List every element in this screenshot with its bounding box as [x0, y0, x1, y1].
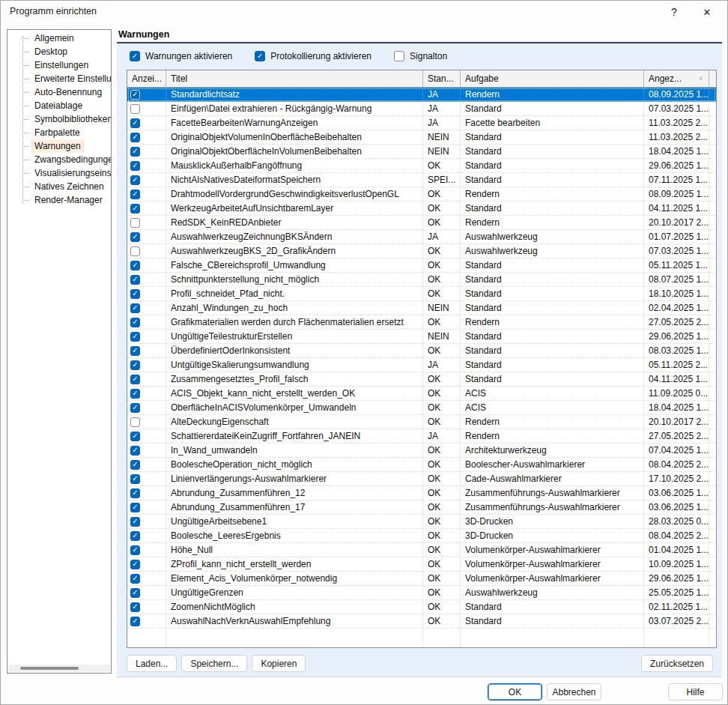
row-checkbox[interactable] — [130, 118, 140, 128]
table-row[interactable]: WerkzeugArbeitetAufUnsichtbaremLayerOKSt… — [127, 202, 716, 216]
row-checkbox[interactable] — [130, 517, 140, 527]
checkbox[interactable] — [255, 51, 265, 61]
sidebar-item-zwangsbedingunger[interactable]: Zwangsbedingunger — [7, 153, 111, 166]
table-row[interactable]: UngültigeArbeitsebene1OK3D-Drucken28.03.… — [127, 515, 716, 529]
row-checkbox[interactable] — [130, 332, 140, 342]
row-checkbox[interactable] — [130, 389, 140, 399]
row-checkbox[interactable] — [130, 360, 140, 370]
row-checkbox[interactable] — [130, 289, 140, 299]
row-checkbox[interactable] — [130, 531, 140, 541]
sidebar-item-desktop[interactable]: Desktop — [7, 45, 111, 58]
table-row[interactable]: StandardlichtsatzJARendern08.09.2025 1..… — [127, 88, 716, 102]
row-checkbox[interactable] — [130, 133, 140, 142]
column-header-4[interactable]: Angez...▵ — [644, 70, 709, 87]
table-row[interactable]: OriginalObjektVolumenInOberflächeBeibeha… — [127, 130, 716, 145]
reset-button[interactable]: Zurücksetzen — [641, 655, 713, 672]
row-checkbox[interactable] — [130, 318, 140, 327]
row-checkbox[interactable] — [130, 147, 140, 157]
row-checkbox[interactable] — [130, 346, 140, 356]
sidebar-item-warnungen[interactable]: Warnungen — [7, 139, 111, 153]
table-row[interactable]: BoolescheOperation_nicht_möglichOKBooles… — [127, 458, 716, 472]
row-checkbox[interactable] — [130, 104, 140, 114]
table-row[interactable]: ACIS_Objekt_kann_nicht_erstellt_werden_O… — [127, 387, 716, 401]
row-checkbox[interactable] — [130, 602, 140, 612]
row-checkbox[interactable] — [130, 190, 140, 199]
row-checkbox[interactable] — [130, 503, 140, 512]
row-checkbox[interactable] — [130, 588, 140, 598]
sidebar-item-dateiablage[interactable]: Dateiablage — [7, 99, 111, 112]
row-checkbox[interactable] — [130, 303, 140, 313]
table-row[interactable]: Schnittpunkterstellung_nicht_möglichOKSt… — [127, 273, 716, 287]
close-icon[interactable]: ✕ — [693, 2, 721, 22]
checkbox[interactable] — [394, 51, 404, 61]
help-button[interactable]: Hilfe — [668, 683, 723, 701]
row-checkbox[interactable] — [130, 232, 140, 242]
row-checkbox[interactable] — [130, 161, 140, 171]
table-row[interactable]: SchattiererdateiKeinZugriff_Fortfahren_J… — [127, 429, 716, 444]
tree-scrollbar-thumb[interactable] — [20, 667, 79, 670]
table-row[interactable]: ZProfil_kann_nicht_erstellt_werdenOKVolu… — [127, 557, 716, 572]
sidebar-item-einstellungen[interactable]: Einstellungen — [7, 58, 111, 72]
row-checkbox[interactable] — [130, 261, 140, 270]
table-row[interactable]: AuswahlNachVerknAuswahlEmpfehlungOKStand… — [127, 614, 716, 629]
table-row[interactable]: In_Wand_umwandelnOKArchitekturwerkzeug07… — [127, 444, 716, 458]
row-checkbox[interactable] — [130, 545, 140, 555]
table-row[interactable]: Zusammengesetztes_Profil_falschOKStandar… — [127, 372, 716, 387]
table-row[interactable]: Abrundung_Zusammenführen_12OKZusammenfüh… — [127, 486, 716, 500]
table-row[interactable]: Falsche_CBereichsprofil_UmwandlungOKStan… — [127, 258, 716, 273]
ok-button[interactable]: OK — [488, 683, 542, 701]
sidebar-item-visualisierungseinste[interactable]: Visualisierungseinste — [7, 166, 111, 180]
tree-horizontal-scrollbar[interactable] — [8, 665, 110, 672]
table-row[interactable]: OriginalObjektOberflächeInVolumenBeibeha… — [127, 145, 716, 159]
row-checkbox[interactable] — [130, 432, 140, 441]
table-row[interactable]: UngültigeGrenzenOKAuswahlwerkzeug25.05.2… — [127, 586, 716, 600]
table-row[interactable]: DrahtmodellVordergrundGeschwindigkeitsve… — [127, 187, 716, 202]
table-row[interactable]: FacetteBearbeitenWarnungAnzeigenJAFacett… — [127, 116, 716, 130]
table-row[interactable]: AlteDeckungEigenschaftOKRendern20.10.201… — [127, 415, 716, 429]
table-row[interactable]: UngültigeTeilestrukturErstellenNEINStand… — [127, 330, 716, 344]
table-row[interactable]: UntgültigeSkalierungsumwandlungJAStandar… — [127, 358, 716, 372]
load-button[interactable]: Laden... — [127, 655, 177, 672]
row-checkbox[interactable] — [130, 474, 140, 484]
table-row[interactable]: AuswahlwerkzeugZeichnungBKSÄndernJAAuswa… — [127, 230, 716, 244]
table-row[interactable]: ZoomenNichtMöglichOKStandard02.11.2025 1… — [127, 600, 716, 614]
table-row[interactable]: Höhe_NullOKVolumenkörper-Auswahlmarkiere… — [127, 543, 716, 557]
row-checkbox[interactable] — [130, 446, 140, 456]
copy-button[interactable]: Kopieren — [252, 655, 306, 672]
cancel-button[interactable]: Abbrechen — [547, 683, 601, 701]
table-row[interactable]: OberflächeInACISVolumenkörper_UmwandelnO… — [127, 401, 716, 415]
row-checkbox[interactable] — [130, 417, 140, 427]
sidebar-item-allgemein[interactable]: Allgemein — [7, 31, 111, 45]
row-checkbox[interactable] — [130, 460, 140, 470]
table-row[interactable]: Grafikmaterialien werden durch Flächenma… — [127, 315, 716, 330]
column-header-3[interactable]: Aufgabe — [461, 70, 644, 87]
row-checkbox[interactable] — [130, 204, 140, 214]
row-checkbox[interactable] — [130, 375, 140, 384]
sidebar-item-natives-zeichnen[interactable]: Natives Zeichnen — [7, 180, 111, 193]
checkbox[interactable] — [130, 51, 140, 61]
help-icon[interactable]: ? — [660, 2, 688, 22]
row-checkbox[interactable] — [130, 617, 140, 626]
table-row[interactable]: NichtAlsNativesDateiformatSpeichernSPEI.… — [127, 173, 716, 187]
table-row[interactable]: AuswahlwerkzeugBKS_2D_GrafikÄndernOKAusw… — [127, 244, 716, 258]
row-checkbox[interactable] — [130, 175, 140, 185]
table-row[interactable]: Einfügen\Datei extrahieren - Rückgängig-… — [127, 102, 716, 116]
sidebar-item-auto-benennung[interactable]: Auto-Benennung — [7, 85, 111, 99]
sidebar-item-symbolbibliotheken[interactable]: Symbolbibliotheken — [7, 112, 111, 126]
table-row[interactable]: Anzahl_Windungen_zu_hochNEINStandard02.0… — [127, 301, 716, 315]
row-checkbox[interactable] — [130, 574, 140, 584]
table-row[interactable]: ÜberdefiniertOderInkonsistentOKStandard0… — [127, 344, 716, 358]
sidebar-item-render-manager[interactable]: Render-Manager — [7, 193, 111, 207]
table-row[interactable]: Boolesche_LeeresErgebnisOK3D-Drucken08.0… — [127, 529, 716, 543]
table-row[interactable]: Element_Acis_Volumenkörper_notwendigOKVo… — [127, 572, 716, 586]
sidebar-item-erweiterte-einstellung[interactable]: Erweiterte Einstellung — [7, 72, 111, 85]
column-header-1[interactable]: Titel — [166, 70, 423, 87]
row-checkbox[interactable] — [130, 560, 140, 569]
table-row[interactable]: MausklickAußerhalbFangöffnungOKStandard2… — [127, 159, 716, 173]
save-button[interactable]: Speichern... — [181, 655, 247, 672]
column-header-0[interactable]: Anzei... — [127, 70, 166, 87]
table-row[interactable]: Abrundung_Zusammenführen_17OKZusammenfüh… — [127, 500, 716, 515]
row-checkbox[interactable] — [130, 90, 140, 100]
table-row[interactable]: RedSDK_KeinREDAnbieterOKRendern20.10.201… — [127, 216, 716, 230]
row-checkbox[interactable] — [130, 488, 140, 498]
